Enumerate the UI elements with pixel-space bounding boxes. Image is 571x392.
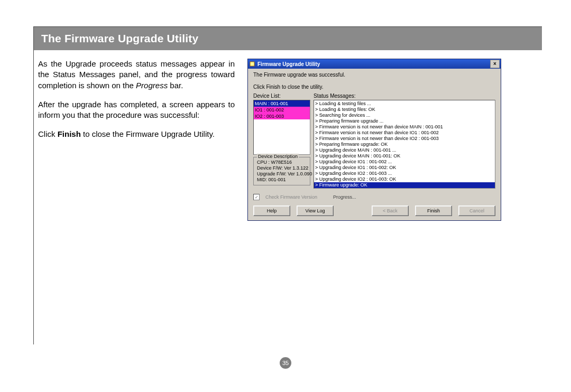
progress-label: Progress... [333,194,356,200]
p1-b: bar. [168,81,183,90]
panels-row: Device List: MAIN : 001-001 IO1 : 001-00… [253,93,495,189]
help-button[interactable]: Help [253,206,290,216]
paragraph-2: After the upgrade has completed, a scree… [38,99,235,121]
status-line: > Preparing firmware upgrade: OK [315,142,495,147]
paragraph-3: Click Finish to close the Firmware Upgra… [38,129,235,139]
close-button[interactable]: × [490,60,500,68]
button-row: Help View Log < Back Finish Cancel [253,206,495,216]
firmware-upgrade-dialog: Firmware Upgrade Utility × The Firmware … [247,59,501,221]
status-line: > Upgrading device IO1 : 001-002: OK [315,165,495,171]
finish-button[interactable]: Finish [415,206,452,216]
status-panel: Status Messages: > Loading & testing fil… [314,93,495,189]
status-messages-label: Status Messages: [314,93,495,99]
view-log-button[interactable]: View Log [297,206,334,216]
page-number-badge: 35 [280,357,291,369]
back-button: < Back [372,206,409,216]
p1-italic: Progress [136,81,168,90]
device-list-item[interactable]: IO2 : 001-003 [254,113,310,119]
cancel-button: Cancel [458,206,495,216]
status-line: > Firmware version is not newer than dev… [315,136,495,142]
desc-line: Upgrade F/W: Ver 1.0.090 [257,171,307,177]
device-list-item[interactable]: MAIN : 001-001 [254,100,310,107]
status-line: > Searching for devices ... [315,113,495,118]
p3-a: Click [38,129,58,138]
paragraph-1: As the Upgrade proceeds status messages … [38,59,235,91]
dialog-titlebar[interactable]: Firmware Upgrade Utility × [248,59,501,69]
device-list-item[interactable]: IO1 : 001-002 [254,107,310,113]
status-line-highlight: > Firmware upgrade: OK [314,182,495,188]
desc-line: CPU : W78E516 [257,160,307,165]
status-line: > Preparing firmware upgrade ... [315,118,495,124]
dialog-body: The Firmware upgrade was successful. Cli… [248,69,501,220]
screenshot-column: Firmware Upgrade Utility × The Firmware … [247,59,538,221]
close-icon: × [493,61,496,67]
manual-page: The Firmware Upgrade Utility As the Upgr… [0,0,571,392]
status-line: > Firmware version is not newer than dev… [315,124,495,130]
status-line: > Upgrading device IO1 : 001-002 ... [315,159,495,165]
content-body: As the Upgrade proceeds status messages … [34,50,542,221]
status-line: > Upgrading device MAIN : 001-001 ... [315,147,495,153]
status-messages[interactable]: > Loading & testing files ... > Loading … [314,100,495,189]
device-list-panel: Device List: MAIN : 001-001 IO1 : 001-00… [253,93,310,189]
dialog-title: Firmware Upgrade Utility [257,61,490,67]
status-line: > Firmware version is not newer than dev… [315,130,495,136]
device-list[interactable]: MAIN : 001-001 IO1 : 001-002 IO2 : 001-0… [253,100,310,155]
options-row: ✓ Check Firmware Version Progress... [253,194,495,200]
status-line: > Upgrading device IO2 : 001-003 ... [315,171,495,176]
device-description-group: Device Description CPU : W78E516 Device … [253,157,310,185]
status-line: > Loading & testing files ... [315,101,495,107]
status-line: > Upgrading device MAIN : 001-001: OK [315,153,495,159]
desc-line: MID: 001-001 [257,177,307,183]
check-firmware-checkbox[interactable]: ✓ [253,194,260,200]
app-icon [249,61,255,67]
device-list-label: Device List: [253,93,310,99]
p3-bold: Finish [58,129,81,138]
section-title: The Firmware Upgrade Utility [34,27,542,50]
instruction-text: Click Finish to close the utility. [253,84,495,90]
svg-rect-0 [250,62,254,66]
status-line: > Loading & testing files: OK [315,107,495,113]
p3-b: to close the Firmware Upgrade Utility. [81,129,215,138]
device-description-legend: Device Description [257,154,299,159]
desc-line: Device F/W: Ver 1.3.122 [257,165,307,171]
content-frame: The Firmware Upgrade Utility As the Upgr… [33,26,542,344]
check-firmware-label: Check Firmware Version [265,194,317,200]
status-line: > Upgrading device IO2 : 001-003: OK [315,176,495,182]
text-column: As the Upgrade proceeds status messages … [38,59,235,221]
success-message: The Firmware upgrade was successful. [253,72,495,78]
